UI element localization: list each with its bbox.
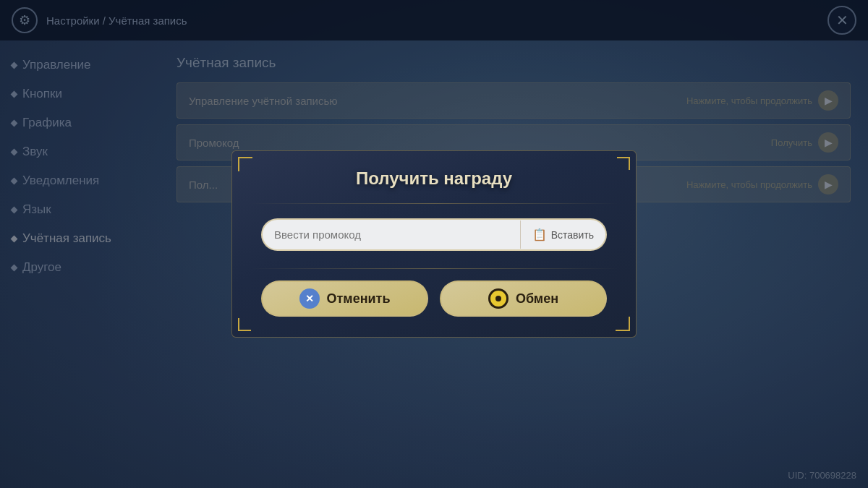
promo-input-container: 📋 Вставить <box>261 218 607 251</box>
modal-body: 📋 Вставить <box>232 204 636 268</box>
promo-code-input[interactable] <box>263 220 520 249</box>
x-icon: ✕ <box>299 288 320 309</box>
corner-decoration-tr <box>617 157 630 170</box>
clipboard-icon: 📋 <box>532 228 547 241</box>
confirm-button[interactable]: Обмен <box>440 281 607 317</box>
modal-title: Получить награду <box>250 168 618 189</box>
o-icon <box>488 288 509 309</box>
modal-overlay: Получить награду 📋 Вставить ✕ Отменить <box>0 0 868 488</box>
paste-label: Вставить <box>551 229 594 241</box>
modal-footer: ✕ Отменить Обмен <box>232 275 636 337</box>
o-inner <box>495 296 501 301</box>
modal-divider-bottom <box>250 268 618 269</box>
corner-decoration-bl <box>238 318 251 331</box>
cancel-button[interactable]: ✕ Отменить <box>261 281 428 317</box>
modal-title-area: Получить награду <box>232 151 636 197</box>
paste-button[interactable]: 📋 Вставить <box>520 221 605 249</box>
modal-dialog: Получить награду 📋 Вставить ✕ Отменить <box>231 150 637 338</box>
